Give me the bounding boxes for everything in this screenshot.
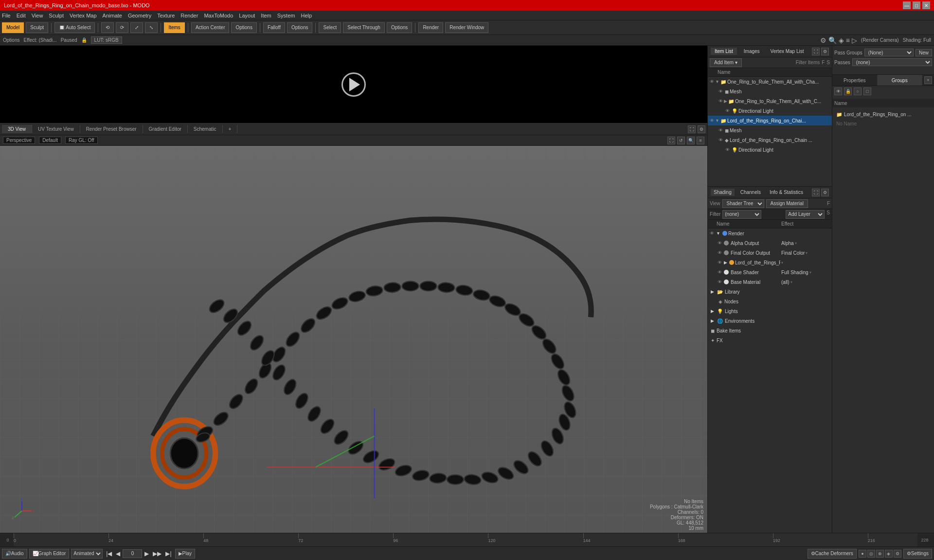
vp-zoom-btn[interactable]: 🔍 — [687, 137, 695, 144]
shader-item-finalcolor[interactable]: 👁 Final Color Output Final Color ▾ — [708, 248, 832, 258]
menu-view[interactable]: View — [32, 13, 43, 18]
tab-channels[interactable]: Channels — [737, 189, 764, 196]
add-item-btn[interactable]: Add Item ▾ — [710, 58, 742, 67]
shader-item-lights[interactable]: ▶ 💡 Lights — [708, 306, 832, 316]
graph-editor-btn[interactable]: 📈 Graph Editor — [29, 549, 70, 559]
menu-file[interactable]: File — [2, 13, 11, 18]
assign-material-btn[interactable]: Assign Material — [766, 199, 808, 208]
tree-item-group1[interactable]: 👁 ▼ 📁 One_Ring_to_Rule_Them_All_with_Cha… — [708, 77, 832, 87]
mode-sculpt-btn[interactable]: Sculpt — [26, 22, 48, 33]
select-through-btn[interactable]: Select Through — [343, 22, 385, 33]
animated-select[interactable]: Animated — [71, 549, 103, 559]
item-list-settings-btn[interactable]: ⚙ — [821, 48, 829, 55]
tab-groups[interactable]: Groups — [878, 75, 923, 86]
tree-item-mesh2[interactable]: 👁 ◼ Mesh — [708, 125, 832, 135]
material-label[interactable]: Default — [39, 137, 61, 144]
shader-item-bakeitems[interactable]: ◼ Bake Items — [708, 326, 832, 335]
lord-dropdown[interactable]: ▾ — [781, 261, 783, 265]
menu-animate[interactable]: Animate — [103, 13, 122, 18]
menu-render[interactable]: Render — [180, 13, 198, 18]
shader-filter-select[interactable]: (none) — [722, 210, 761, 219]
menu-help[interactable]: Help — [301, 13, 312, 18]
perspective-label[interactable]: Perspective — [3, 137, 35, 144]
groups-btn-2[interactable]: 🔒 — [844, 88, 852, 95]
tab-gradient-editor[interactable]: Gradient Editor — [143, 125, 188, 133]
menu-layout[interactable]: Layout — [239, 13, 255, 18]
shader-expand-btn[interactable]: ⛶ — [812, 189, 820, 196]
minimize-btn[interactable]: — — [903, 1, 911, 9]
play-btn[interactable]: ▶ Play — [175, 549, 195, 559]
settings-btn[interactable]: ⚙ Settings — [903, 549, 932, 559]
shader-view-select[interactable]: Shader Tree — [722, 199, 764, 208]
shader-tree[interactable]: 👁 ▼ Render 👁 Alpha Output — [708, 228, 832, 533]
tab-uv-texture[interactable]: UV Texture View — [32, 125, 80, 133]
shader-item-environments[interactable]: ▶ 🌐 Environments — [708, 316, 832, 326]
tab-properties[interactable]: Properties — [832, 75, 878, 86]
transform-btn-1[interactable]: ⟲ — [101, 22, 114, 33]
basematerial-dropdown[interactable]: ▾ — [790, 280, 792, 284]
passes-select[interactable]: (none) — [852, 58, 932, 66]
groups-btn-1[interactable]: 👁 — [834, 88, 842, 95]
add-layer-select[interactable]: Add Layer — [786, 210, 825, 219]
tree-item-light2[interactable]: 👁 💡 Directional Light — [708, 145, 832, 155]
menu-item[interactable]: Item — [261, 13, 271, 18]
options-btn-1[interactable]: Options — [231, 22, 256, 33]
tab-add[interactable]: + — [223, 125, 238, 133]
shader-item-fx[interactable]: ✦ FX — [708, 335, 832, 345]
transport-end-btn[interactable]: ▶| — [164, 550, 173, 557]
status-icon-4[interactable]: ◈ — [885, 550, 893, 558]
groups-btn-3[interactable]: ○ — [854, 88, 862, 95]
tab-vertex-map[interactable]: Vertex Map List — [767, 48, 808, 55]
transform-btn-2[interactable]: ⟳ — [116, 22, 128, 33]
shader-item-lord[interactable]: 👁 ▶ Lord_of_the_Rings_Ring_... ▾ — [708, 258, 832, 267]
tab-render-preset[interactable]: Render Preset Browser — [80, 125, 143, 133]
menu-vertexmap[interactable]: Vertex Map — [70, 13, 97, 18]
cache-deformers-btn[interactable]: ⚙ Cache Deformers — [808, 549, 857, 559]
groups-btn-4[interactable]: □ — [863, 88, 871, 95]
transport-start-btn[interactable]: |◀ — [105, 550, 113, 557]
tab-item-list[interactable]: Item List — [711, 48, 737, 55]
tab-images[interactable]: Images — [740, 48, 764, 55]
item-list-expand-btn[interactable]: ⛶ — [812, 48, 820, 55]
auto-select-btn[interactable]: 🔲 Auto Select — [54, 22, 95, 33]
close-btn[interactable]: ✕ — [922, 1, 930, 9]
menu-maxtomodo[interactable]: MaxToModo — [204, 13, 233, 18]
pass-groups-select[interactable]: (None) — [864, 49, 914, 56]
shader-item-library[interactable]: ▶ 📂 Library — [708, 287, 832, 297]
items-btn[interactable]: Items — [164, 22, 184, 33]
menu-edit[interactable]: Edit — [17, 13, 26, 18]
action-center-btn[interactable]: Action Center — [191, 22, 230, 33]
mode-model-btn[interactable]: Model — [2, 22, 24, 33]
render-window-btn[interactable]: Render Window — [445, 22, 488, 33]
alpha-dropdown-arrow[interactable]: ▾ — [795, 241, 797, 245]
tree-item-lorditem[interactable]: 👁 ◆ Lord_of_the_Rings_Ring_on_Chain ... — [708, 135, 832, 145]
vp-rotate-btn[interactable]: ↺ — [677, 137, 685, 144]
options-btn-3[interactable]: Options — [387, 22, 412, 33]
item-tree[interactable]: 👁 ▼ 📁 One_Ring_to_Rule_Them_All_with_Cha… — [708, 77, 832, 186]
shader-item-render[interactable]: 👁 ▼ Render — [708, 228, 832, 238]
tab-info-stats[interactable]: Info & Statistics — [767, 189, 806, 196]
groups-settings-btn[interactable]: + — [924, 76, 932, 84]
menu-geometry[interactable]: Geometry — [128, 13, 151, 18]
menu-texture[interactable]: Texture — [157, 13, 175, 18]
tree-item-group2[interactable]: 👁 ▼ 📁 Lord_of_the_Rings_Ring_on_Chai... — [708, 116, 832, 125]
status-icon-1[interactable]: ● — [859, 550, 866, 558]
new-pass-btn[interactable]: New — [916, 49, 932, 56]
group-item-lord[interactable]: 📁 Lord_of_the_Rings_Ring_on ... — [834, 109, 932, 119]
vp-menu-btn[interactable]: ≡ — [697, 137, 704, 144]
shader-item-baseshader[interactable]: 👁 Base Shader Full Shading ▾ — [708, 267, 832, 277]
tab-3d-view[interactable]: 3D View — [2, 125, 32, 133]
render-btn[interactable]: Render — [418, 22, 443, 33]
window-controls[interactable]: — □ ✕ — [903, 1, 930, 9]
viewport-expand-btn[interactable]: ⛶ — [688, 125, 696, 133]
shader-item-nodes[interactable]: ◈ Nodes — [708, 297, 832, 306]
tree-item-mesh1[interactable]: 👁 ◼ Mesh — [708, 87, 832, 96]
transport-play-btn[interactable]: ▶ — [143, 550, 150, 557]
audio-btn[interactable]: 🔊 Audio — [2, 549, 27, 559]
transport-prev-btn[interactable]: ◀ — [114, 550, 122, 557]
raygl-label[interactable]: Ray GL: Off — [65, 137, 98, 144]
transform-btn-3[interactable]: ⤢ — [130, 22, 143, 33]
shader-item-alpha[interactable]: 👁 Alpha Output Alpha ▾ — [708, 238, 832, 248]
status-icon-5[interactable]: ⚙ — [894, 550, 901, 558]
select-btn[interactable]: Select — [319, 22, 341, 33]
